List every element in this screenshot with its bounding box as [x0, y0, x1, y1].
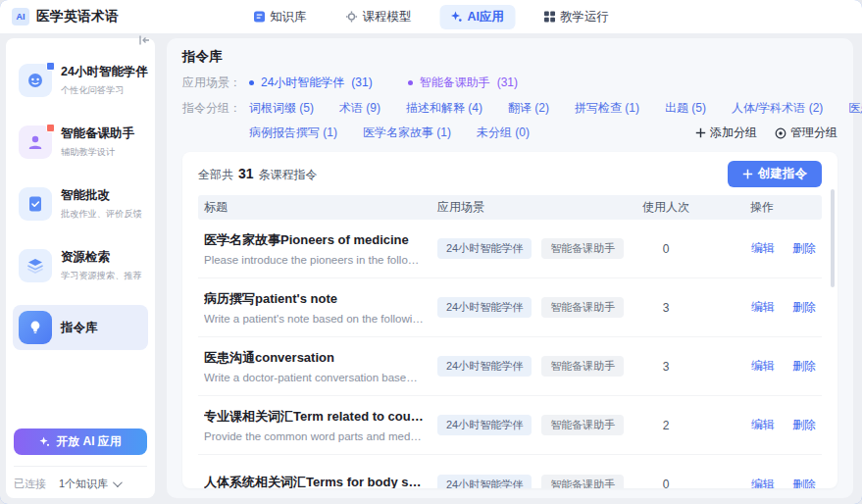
app-logo-icon: AI — [12, 8, 29, 25]
delete-button[interactable]: 删除 — [792, 358, 816, 375]
manage-group-button[interactable]: 管理分组 — [775, 125, 837, 141]
scene-option-lesson-prep[interactable]: 智能备课助手 (31) — [408, 75, 518, 91]
edit-button[interactable]: 编辑 — [751, 299, 775, 316]
workspace: 24小时智能学伴 个性化问答学习 智能备课助手 辅助教学设计 — [0, 33, 862, 504]
sidebar-item-smart-grading[interactable]: 智能批改 批改作业、评价反馈 — [13, 181, 148, 227]
usage-count: 3 — [624, 301, 708, 315]
prompt-description: Please introduce the pioneers in the fol… — [204, 254, 424, 266]
edit-button[interactable]: 编辑 — [751, 417, 775, 433]
group-chip[interactable]: 描述和解释 (4) — [406, 100, 482, 117]
delete-button[interactable]: 删除 — [792, 299, 816, 316]
sidebar-item-resource-search[interactable]: 资源检索 学习资源搜索、推荐 — [13, 243, 148, 288]
prompt-title: 人体系统相关词汇Terms for body system — [204, 474, 424, 489]
document-check-icon — [19, 187, 52, 221]
sparkle-icon — [39, 436, 50, 447]
person-icon — [19, 126, 52, 159]
scene-tag: 24小时智能学伴 — [437, 238, 532, 259]
scene-option-name: 智能备课助手 — [420, 75, 490, 91]
delete-button[interactable]: 删除 — [792, 417, 816, 433]
group-chip[interactable]: 术语 (9) — [339, 100, 380, 117]
group-chip[interactable]: 医学名家故事 (1) — [363, 125, 451, 141]
list-toolbar: 全部共 31 条课程指令 创建指令 — [198, 152, 822, 195]
tab-ai-apps[interactable]: AI应用 — [440, 5, 516, 29]
tab-knowledge-base[interactable]: 知识库 — [242, 5, 318, 29]
group-chip[interactable]: 医患沟通 (1) — [848, 100, 862, 117]
scene-tag: 24小时智能学伴 — [437, 415, 532, 435]
table-row[interactable]: 专业课相关词汇Term related to courses Provide t… — [198, 396, 822, 455]
group-chip[interactable]: 拼写检查 (1) — [575, 100, 639, 117]
tab-label: 知识库 — [270, 9, 307, 25]
sidebar-item-subtitle: 辅助教学设计 — [61, 146, 128, 159]
sidebar-footer: 开放 AI 应用 已连接 1个知识库 — [14, 428, 147, 491]
layers-icon — [19, 249, 52, 282]
sidebar-item-subtitle: 个性化问答学习 — [61, 84, 141, 97]
edit-button[interactable]: 编辑 — [751, 240, 775, 257]
prompt-title: 专业课相关词汇Term related to courses — [204, 408, 424, 426]
scene-tag: 24小时智能学伴 — [437, 297, 532, 318]
group-chip[interactable]: 未分组 (0) — [477, 125, 530, 141]
prompt-description: Write a patient's note based on the foll… — [204, 313, 424, 325]
edit-button[interactable]: 编辑 — [751, 358, 775, 375]
group-chip[interactable]: 翻译 (2) — [508, 100, 549, 117]
knowledge-base-selector[interactable]: 1个知识库 — [59, 477, 120, 491]
usage-count: 0 — [624, 242, 708, 256]
prompt-description: Write a doctor-patient conversation base… — [204, 372, 424, 383]
add-group-label: 添加分组 — [710, 125, 757, 141]
scene-tag: 智能备课助手 — [541, 238, 624, 259]
plus-icon — [742, 169, 753, 179]
table-row[interactable]: 人体系统相关词汇Terms for body system 24小时智能学伴 智… — [198, 455, 822, 488]
add-group-button[interactable]: 添加分组 — [695, 125, 757, 141]
create-prompt-label: 创建指令 — [758, 166, 807, 182]
group-chip[interactable]: 出题 (5) — [665, 100, 706, 117]
sidebar-item-subtitle: 批改作业、评价反馈 — [61, 208, 142, 221]
scene-tag: 智能备课助手 — [541, 297, 624, 318]
summary-count: 31 — [238, 166, 254, 181]
delete-button[interactable]: 删除 — [792, 240, 816, 257]
sidebar-item-lesson-prep[interactable]: 智能备课助手 辅助教学设计 — [13, 120, 148, 165]
scene-tag: 智能备课助手 — [541, 415, 624, 435]
top-nav: 知识库 课程模型 AI应用 教学运行 — [242, 5, 620, 29]
col-header-scene: 应用场景 — [437, 199, 624, 216]
settings-circle-icon — [775, 127, 786, 139]
sidebar-item-title: 资源检索 — [61, 249, 149, 266]
connected-label: 已连接 — [14, 477, 46, 491]
edit-button[interactable]: 编辑 — [751, 477, 775, 489]
sidebar-item-title: 智能备课助手 — [61, 126, 134, 142]
sidebar-item-title: 24小时智能学伴 — [61, 64, 148, 80]
group-chip[interactable]: 人体/学科术语 (2) — [732, 100, 823, 117]
scene-tag: 智能备课助手 — [541, 475, 624, 489]
open-ai-app-label: 开放 AI 应用 — [56, 433, 122, 450]
summary-suffix: 条课程指令 — [259, 167, 318, 183]
usage-count: 0 — [624, 478, 708, 488]
scene-option-study-companion[interactable]: 24小时智能学伴 (31) — [249, 75, 373, 91]
app-title: 医学英语术语 — [36, 8, 119, 25]
notification-badge — [46, 62, 55, 71]
prompt-list-card: 全部共 31 条课程指令 创建指令 标题 应用场景 使用人次 — [182, 152, 837, 488]
tab-teaching-run[interactable]: 教学运行 — [532, 5, 620, 29]
table-row[interactable]: 病历撰写patient's note Write a patient's not… — [198, 278, 822, 337]
table-row[interactable]: 医学名家故事Pioneers of medicine Please introd… — [198, 220, 822, 278]
scrollbar-thumb[interactable] — [831, 189, 835, 287]
sidebar-item-title: 指令库 — [61, 320, 98, 336]
sidebar-collapse-icon[interactable] — [138, 34, 151, 46]
usage-count: 2 — [624, 419, 708, 432]
delete-button[interactable]: 删除 — [792, 477, 816, 489]
create-prompt-button[interactable]: 创建指令 — [728, 161, 822, 187]
sidebar-item-study-companion[interactable]: 24小时智能学伴 个性化问答学习 — [13, 58, 148, 103]
scene-option-count: (31) — [351, 75, 372, 91]
tab-course-model[interactable]: 课程模型 — [335, 5, 423, 29]
table-row[interactable]: 医患沟通conversation Write a doctor-patient … — [198, 337, 822, 396]
open-ai-app-button[interactable]: 开放 AI 应用 — [14, 428, 147, 455]
sidebar-item-prompt-library[interactable]: 指令库 — [13, 305, 148, 350]
scene-filter-label: 应用场景： — [182, 75, 249, 91]
gear-icon — [346, 11, 358, 23]
sparkle-icon — [451, 11, 463, 23]
manage-group-label: 管理分组 — [790, 125, 837, 141]
scene-filter-row: 应用场景： 24小时智能学伴 (31) 智能备课助手 (31) — [182, 75, 837, 91]
chevron-down-icon — [113, 478, 123, 487]
group-chip[interactable]: 病例报告撰写 (1) — [249, 125, 337, 141]
top-bar: AI 医学英语术语 知识库 课程模型 AI应用 — [0, 0, 862, 33]
prompt-title: 医患沟通conversation — [204, 349, 424, 367]
sidebar: 24小时智能学伴 个性化问答学习 智能备课助手 辅助教学设计 — [6, 38, 155, 498]
group-chip[interactable]: 词根词缀 (5) — [249, 100, 314, 117]
